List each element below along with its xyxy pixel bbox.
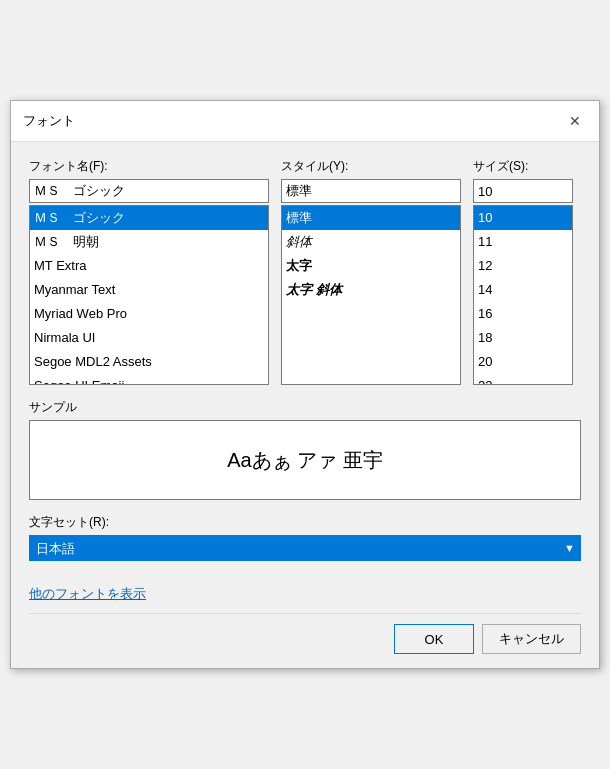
charset-select[interactable]: 日本語 Western Unicode (29, 535, 581, 561)
close-button[interactable]: ✕ (563, 109, 587, 133)
bottom-section: サンプル Aaあぁ アァ 亜宇 文字セット(R): 日本語 Western Un… (29, 399, 581, 561)
list-item[interactable]: Segoe UI Emoji (30, 374, 268, 385)
size-input[interactable] (473, 179, 573, 203)
charset-label: 文字セット(R): (29, 514, 581, 531)
font-name-list[interactable]: ＭＳ ゴシック ＭＳ 明朝 MT Extra Myanmar Text Myri… (29, 205, 269, 385)
dialog-title: フォント (23, 112, 75, 130)
list-item[interactable]: 12 (474, 254, 572, 278)
list-item[interactable]: 標準 (282, 206, 460, 230)
font-dialog: フォント ✕ フォント名(F): ＭＳ ゴシック ＭＳ 明朝 MT Extra … (10, 100, 600, 669)
sample-text: Aaあぁ アァ 亜宇 (227, 447, 383, 474)
list-item[interactable]: 22 (474, 374, 572, 385)
list-item[interactable]: ＭＳ ゴシック (30, 206, 268, 230)
font-name-label: フォント名(F): (29, 158, 269, 175)
show-more-fonts-link[interactable]: 他のフォントを表示 (29, 585, 146, 603)
list-item[interactable]: 11 (474, 230, 572, 254)
font-name-input[interactable] (29, 179, 269, 203)
list-item[interactable]: 太字 斜体 (282, 278, 460, 302)
list-item[interactable]: 太字 (282, 254, 460, 278)
list-item[interactable]: MT Extra (30, 254, 268, 278)
dialog-body: フォント名(F): ＭＳ ゴシック ＭＳ 明朝 MT Extra Myanmar… (11, 142, 599, 668)
style-label: スタイル(Y): (281, 158, 461, 175)
size-label: サイズ(S): (473, 158, 573, 175)
size-list[interactable]: 10 11 12 14 16 18 20 22 (473, 205, 573, 385)
style-list[interactable]: 標準 斜体 太字 太字 斜体 (281, 205, 461, 385)
sample-box: Aaあぁ アァ 亜宇 (29, 420, 581, 500)
list-item[interactable]: Segoe MDL2 Assets (30, 350, 268, 374)
list-item[interactable]: Myanmar Text (30, 278, 268, 302)
top-section: フォント名(F): ＭＳ ゴシック ＭＳ 明朝 MT Extra Myanmar… (29, 158, 581, 385)
button-row: OK キャンセル (29, 613, 581, 654)
list-item[interactable]: ＭＳ 明朝 (30, 230, 268, 254)
list-item[interactable]: 16 (474, 302, 572, 326)
charset-select-wrapper: 日本語 Western Unicode ▼ (29, 535, 581, 561)
sample-charset-col: サンプル Aaあぁ アァ 亜宇 文字セット(R): 日本語 Western Un… (29, 399, 581, 561)
ok-button[interactable]: OK (394, 624, 474, 654)
title-bar: フォント ✕ (11, 101, 599, 142)
link-area: 他のフォントを表示 (29, 585, 581, 603)
cancel-button[interactable]: キャンセル (482, 624, 581, 654)
list-item[interactable]: Myriad Web Pro (30, 302, 268, 326)
sample-label: サンプル (29, 399, 581, 416)
style-column: スタイル(Y): 標準 斜体 太字 太字 斜体 (281, 158, 461, 385)
list-item[interactable]: 14 (474, 278, 572, 302)
list-item[interactable]: 18 (474, 326, 572, 350)
list-item[interactable]: Nirmala UI (30, 326, 268, 350)
style-input[interactable] (281, 179, 461, 203)
size-column: サイズ(S): 10 11 12 14 16 18 20 22 (473, 158, 573, 385)
font-name-column: フォント名(F): ＭＳ ゴシック ＭＳ 明朝 MT Extra Myanmar… (29, 158, 269, 385)
list-item[interactable]: 20 (474, 350, 572, 374)
list-item[interactable]: 斜体 (282, 230, 460, 254)
list-item[interactable]: 10 (474, 206, 572, 230)
